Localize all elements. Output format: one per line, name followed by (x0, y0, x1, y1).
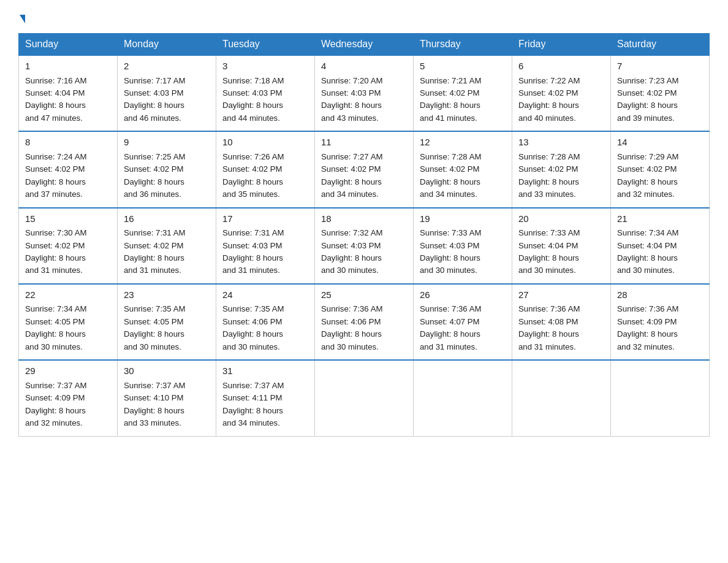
day-info: Sunrise: 7:28 AMSunset: 4:02 PMDaylight:… (518, 151, 604, 201)
col-friday: Friday (512, 34, 611, 56)
col-wednesday: Wednesday (315, 34, 414, 56)
day-info: Sunrise: 7:34 AMSunset: 4:05 PMDaylight:… (25, 303, 111, 353)
day-info: Sunrise: 7:35 AMSunset: 4:05 PMDaylight:… (124, 303, 210, 353)
day-number: 7 (617, 59, 703, 74)
day-info: Sunrise: 7:31 AMSunset: 4:03 PMDaylight:… (222, 227, 308, 277)
day-cell: 30Sunrise: 7:37 AMSunset: 4:10 PMDayligh… (118, 360, 216, 436)
day-cell (512, 360, 611, 436)
day-info: Sunrise: 7:26 AMSunset: 4:02 PMDaylight:… (222, 151, 308, 201)
day-cell: 14Sunrise: 7:29 AMSunset: 4:02 PMDayligh… (611, 131, 710, 207)
col-monday: Monday (118, 34, 216, 56)
day-info: Sunrise: 7:36 AMSunset: 4:08 PMDaylight:… (518, 303, 604, 353)
day-number: 12 (420, 136, 506, 150)
day-cell: 31Sunrise: 7:37 AMSunset: 4:11 PMDayligh… (216, 360, 315, 436)
day-info: Sunrise: 7:29 AMSunset: 4:02 PMDaylight:… (617, 151, 703, 201)
day-info: Sunrise: 7:33 AMSunset: 4:03 PMDaylight:… (420, 227, 506, 277)
day-cell: 21Sunrise: 7:34 AMSunset: 4:04 PMDayligh… (611, 208, 710, 284)
day-cell: 5Sunrise: 7:21 AMSunset: 4:02 PMDaylight… (414, 55, 512, 131)
day-number: 31 (222, 364, 308, 378)
col-tuesday: Tuesday (216, 34, 315, 56)
day-cell: 20Sunrise: 7:33 AMSunset: 4:04 PMDayligh… (512, 208, 611, 284)
col-saturday: Saturday (611, 34, 710, 56)
day-number: 3 (222, 59, 308, 74)
calendar-body: 1Sunrise: 7:16 AMSunset: 4:04 PMDaylight… (19, 55, 710, 436)
day-cell: 4Sunrise: 7:20 AMSunset: 4:03 PMDaylight… (315, 55, 414, 131)
day-info: Sunrise: 7:35 AMSunset: 4:06 PMDaylight:… (222, 303, 308, 353)
day-number: 25 (321, 288, 407, 302)
day-info: Sunrise: 7:21 AMSunset: 4:02 PMDaylight:… (420, 75, 506, 125)
day-number: 24 (222, 288, 308, 302)
day-cell: 1Sunrise: 7:16 AMSunset: 4:04 PMDaylight… (19, 55, 118, 131)
day-cell: 26Sunrise: 7:36 AMSunset: 4:07 PMDayligh… (414, 284, 512, 360)
day-info: Sunrise: 7:20 AMSunset: 4:03 PMDaylight:… (321, 75, 407, 125)
day-info: Sunrise: 7:36 AMSunset: 4:06 PMDaylight:… (321, 303, 407, 353)
day-cell: 25Sunrise: 7:36 AMSunset: 4:06 PMDayligh… (315, 284, 414, 360)
week-row-4: 22Sunrise: 7:34 AMSunset: 4:05 PMDayligh… (19, 284, 710, 360)
day-number: 18 (321, 212, 407, 226)
day-info: Sunrise: 7:37 AMSunset: 4:09 PMDaylight:… (25, 380, 111, 430)
day-info: Sunrise: 7:37 AMSunset: 4:11 PMDaylight:… (222, 380, 308, 430)
day-cell: 18Sunrise: 7:32 AMSunset: 4:03 PMDayligh… (315, 208, 414, 284)
day-cell: 13Sunrise: 7:28 AMSunset: 4:02 PMDayligh… (512, 131, 611, 207)
day-info: Sunrise: 7:37 AMSunset: 4:10 PMDaylight:… (124, 380, 210, 430)
day-cell: 19Sunrise: 7:33 AMSunset: 4:03 PMDayligh… (414, 208, 512, 284)
day-number: 9 (124, 136, 210, 150)
day-cell: 22Sunrise: 7:34 AMSunset: 4:05 PMDayligh… (19, 284, 118, 360)
day-number: 4 (321, 59, 407, 74)
day-cell (414, 360, 512, 436)
day-info: Sunrise: 7:23 AMSunset: 4:02 PMDaylight:… (617, 75, 703, 125)
week-row-3: 15Sunrise: 7:30 AMSunset: 4:02 PMDayligh… (19, 208, 710, 284)
day-number: 13 (518, 136, 604, 150)
day-info: Sunrise: 7:36 AMSunset: 4:09 PMDaylight:… (617, 303, 703, 353)
day-info: Sunrise: 7:31 AMSunset: 4:02 PMDaylight:… (124, 227, 210, 277)
day-cell: 9Sunrise: 7:25 AMSunset: 4:02 PMDaylight… (118, 131, 216, 207)
logo (18, 12, 25, 21)
day-cell: 6Sunrise: 7:22 AMSunset: 4:02 PMDaylight… (512, 55, 611, 131)
calendar-header: Sunday Monday Tuesday Wednesday Thursday… (19, 34, 710, 56)
day-cell: 28Sunrise: 7:36 AMSunset: 4:09 PMDayligh… (611, 284, 710, 360)
col-thursday: Thursday (414, 34, 512, 56)
day-cell: 23Sunrise: 7:35 AMSunset: 4:05 PMDayligh… (118, 284, 216, 360)
day-info: Sunrise: 7:16 AMSunset: 4:04 PMDaylight:… (25, 75, 111, 125)
day-cell (611, 360, 710, 436)
day-number: 26 (420, 288, 506, 302)
day-cell: 12Sunrise: 7:28 AMSunset: 4:02 PMDayligh… (414, 131, 512, 207)
day-number: 16 (124, 212, 210, 226)
day-number: 10 (222, 136, 308, 150)
day-cell: 29Sunrise: 7:37 AMSunset: 4:09 PMDayligh… (19, 360, 118, 436)
day-cell: 15Sunrise: 7:30 AMSunset: 4:02 PMDayligh… (19, 208, 118, 284)
day-cell: 7Sunrise: 7:23 AMSunset: 4:02 PMDaylight… (611, 55, 710, 131)
week-row-2: 8Sunrise: 7:24 AMSunset: 4:02 PMDaylight… (19, 131, 710, 207)
day-number: 20 (518, 212, 604, 226)
day-info: Sunrise: 7:24 AMSunset: 4:02 PMDaylight:… (25, 151, 111, 201)
day-number: 27 (518, 288, 604, 302)
day-cell: 17Sunrise: 7:31 AMSunset: 4:03 PMDayligh… (216, 208, 315, 284)
day-info: Sunrise: 7:30 AMSunset: 4:02 PMDaylight:… (25, 227, 111, 277)
day-cell: 8Sunrise: 7:24 AMSunset: 4:02 PMDaylight… (19, 131, 118, 207)
day-info: Sunrise: 7:34 AMSunset: 4:04 PMDaylight:… (617, 227, 703, 277)
day-cell: 24Sunrise: 7:35 AMSunset: 4:06 PMDayligh… (216, 284, 315, 360)
day-cell: 16Sunrise: 7:31 AMSunset: 4:02 PMDayligh… (118, 208, 216, 284)
logo-arrow-icon (20, 15, 25, 23)
day-number: 5 (420, 59, 506, 74)
day-cell: 27Sunrise: 7:36 AMSunset: 4:08 PMDayligh… (512, 284, 611, 360)
day-number: 15 (25, 212, 111, 226)
day-number: 2 (124, 59, 210, 74)
day-info: Sunrise: 7:33 AMSunset: 4:04 PMDaylight:… (518, 227, 604, 277)
day-info: Sunrise: 7:36 AMSunset: 4:07 PMDaylight:… (420, 303, 506, 353)
day-number: 28 (617, 288, 703, 302)
day-cell: 11Sunrise: 7:27 AMSunset: 4:02 PMDayligh… (315, 131, 414, 207)
day-number: 23 (124, 288, 210, 302)
day-cell: 10Sunrise: 7:26 AMSunset: 4:02 PMDayligh… (216, 131, 315, 207)
day-info: Sunrise: 7:32 AMSunset: 4:03 PMDaylight:… (321, 227, 407, 277)
day-number: 6 (518, 59, 604, 74)
col-sunday: Sunday (19, 34, 118, 56)
day-number: 17 (222, 212, 308, 226)
day-info: Sunrise: 7:22 AMSunset: 4:02 PMDaylight:… (518, 75, 604, 125)
page-header (18, 12, 710, 21)
day-info: Sunrise: 7:18 AMSunset: 4:03 PMDaylight:… (222, 75, 308, 125)
day-number: 14 (617, 136, 703, 150)
day-number: 22 (25, 288, 111, 302)
day-info: Sunrise: 7:17 AMSunset: 4:03 PMDaylight:… (124, 75, 210, 125)
calendar-table: Sunday Monday Tuesday Wednesday Thursday… (18, 33, 710, 437)
